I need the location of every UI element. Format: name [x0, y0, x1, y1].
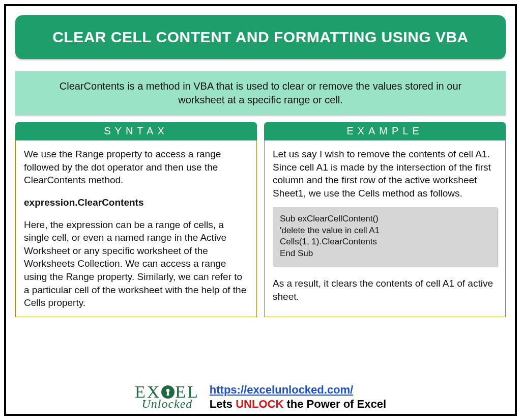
- tagline-post: the Power of Excel: [283, 398, 386, 410]
- intro-text: ClearContents is a method in VBA that is…: [60, 80, 461, 105]
- footer-text: https://excelunlocked.com/ Lets UNLOCK t…: [210, 383, 386, 411]
- example-header-text: EXAMPLE: [346, 125, 423, 136]
- intro-box: ClearContents is a method in VBA that is…: [15, 71, 506, 115]
- syntax-body: We use the Range property to access a ra…: [15, 140, 257, 317]
- code-line-2: 'delete the value in cell A1: [280, 225, 490, 237]
- document-frame: CLEAR CELL CONTENT AND FORMATTING USING …: [4, 4, 517, 416]
- logo-bottom: Unlocked: [141, 399, 192, 409]
- logo: EX EL Unlocked: [135, 385, 199, 409]
- tagline-pre: Lets: [210, 398, 236, 410]
- syntax-expression: expression.ClearContents: [24, 196, 248, 209]
- syntax-column: SYNTAX We use the Range property to acce…: [15, 122, 257, 317]
- example-body: Let us say I wish to remove the contents…: [264, 140, 506, 317]
- tagline-unlock: UNLOCK: [236, 398, 283, 410]
- example-column: EXAMPLE Let us say I wish to remove the …: [264, 122, 506, 317]
- title-text: CLEAR CELL CONTENT AND FORMATTING USING …: [52, 29, 469, 45]
- code-block: Sub exClearCellContent() 'delete the val…: [273, 207, 497, 266]
- syntax-para1: We use the Range property to access a ra…: [24, 149, 221, 185]
- example-para1: Let us say I wish to remove the contents…: [273, 148, 497, 200]
- code-line-3: Cells(1, 1).ClearContents: [280, 236, 490, 248]
- columns: SYNTAX We use the Range property to acce…: [15, 122, 506, 317]
- example-header: EXAMPLE: [264, 122, 506, 140]
- footer-tagline: Lets UNLOCK the Power of Excel: [210, 398, 386, 410]
- example-para2: As a result, it clears the contents of c…: [273, 278, 493, 302]
- syntax-header-text: SYNTAX: [104, 125, 168, 136]
- syntax-para2: Here, the expression can be a range of c…: [24, 219, 246, 309]
- code-line-4: End Sub: [280, 248, 490, 260]
- title-banner: CLEAR CELL CONTENT AND FORMATTING USING …: [15, 15, 506, 59]
- footer-url-link[interactable]: https://excelunlocked.com/: [210, 383, 353, 396]
- syntax-header: SYNTAX: [15, 122, 257, 140]
- footer: EX EL Unlocked https://excelunlocked.com…: [6, 383, 515, 411]
- code-line-1: Sub exClearCellContent(): [280, 213, 490, 225]
